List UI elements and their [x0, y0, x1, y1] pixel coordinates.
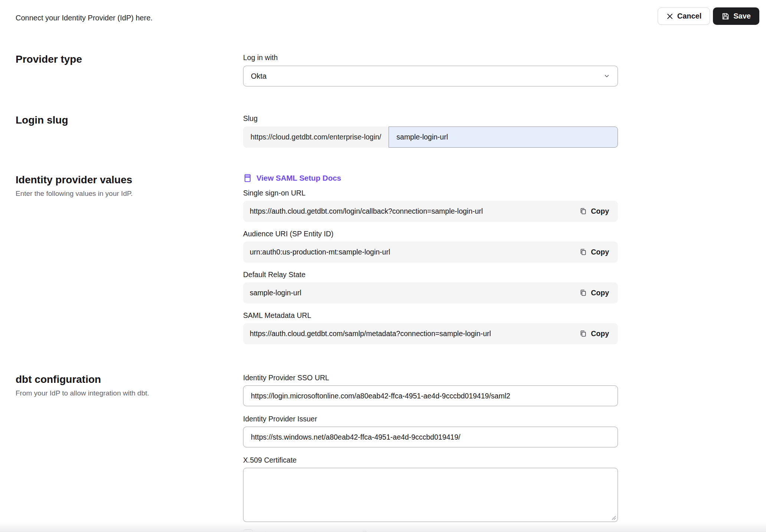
copy-button-label: Copy: [591, 207, 609, 216]
section-provider-type: Provider type Log in with Okta: [0, 53, 766, 86]
dbt-config-right: Identity Provider SSO URL Identity Provi…: [243, 373, 618, 532]
sso-url-value-box: https://auth.cloud.getdbt.com/login/call…: [243, 201, 618, 222]
save-button-label: Save: [733, 12, 751, 20]
idp-values-right: View SAML Setup Docs Single sign-on URL …: [243, 174, 618, 344]
page-title: Connect your Identity Provider (IdP) her…: [16, 14, 153, 22]
section-login-slug: Login slug Slug https://cloud.getdbt.com…: [0, 114, 766, 148]
copy-sso-url-button[interactable]: Copy: [579, 205, 610, 218]
audience-uri-value-box: urn:auth0:us-production-mt:sample-login-…: [243, 242, 618, 263]
chevron-down-icon: [603, 73, 610, 79]
idp-issuer-label: Identity Provider Issuer: [243, 414, 618, 423]
audience-uri-field: Audience URI (SP Entity ID) urn:auth0:us…: [243, 229, 618, 263]
login-slug-right: Slug https://cloud.getdbt.com/enterprise…: [243, 114, 618, 148]
close-icon: [666, 13, 674, 20]
copy-relay-state-button[interactable]: Copy: [579, 286, 610, 299]
metadata-url-field: SAML Metadata URL https://auth.cloud.get…: [243, 311, 618, 344]
idp-values-left: Identity provider values Enter the follo…: [16, 174, 243, 344]
saml-docs-link[interactable]: View SAML Setup Docs: [243, 174, 341, 183]
section-dbt-configuration: dbt configuration From your IdP to allow…: [0, 373, 766, 532]
certificate-field: X.509 Certificate: [243, 456, 618, 522]
section-identity-provider-values: Identity provider values Enter the follo…: [0, 174, 766, 344]
sso-url-field: Single sign-on URL https://auth.cloud.ge…: [243, 188, 618, 222]
docs-icon: [243, 174, 252, 183]
certificate-textarea[interactable]: [243, 468, 618, 522]
copy-icon: [579, 330, 587, 338]
copy-audience-uri-button[interactable]: Copy: [579, 246, 610, 259]
slug-label: Slug: [243, 114, 618, 123]
metadata-url-label: SAML Metadata URL: [243, 311, 618, 320]
audience-uri-value: urn:auth0:us-production-mt:sample-login-…: [250, 248, 390, 256]
cancel-button-label: Cancel: [677, 12, 702, 20]
save-floppy-icon: [721, 12, 730, 20]
idp-issuer-input[interactable]: [243, 427, 618, 447]
idp-sso-url-input[interactable]: [243, 385, 618, 406]
dbt-config-heading: dbt configuration: [16, 373, 243, 386]
login-slug-heading: Login slug: [16, 114, 243, 127]
slug-input[interactable]: [389, 127, 618, 148]
saml-docs-link-label: View SAML Setup Docs: [256, 174, 341, 183]
relay-state-field: Default Relay State sample-login-url Cop…: [243, 270, 618, 303]
sso-url-label: Single sign-on URL: [243, 188, 618, 197]
sso-settings-page: Connect your Identity Provider (IdP) her…: [0, 0, 766, 532]
copy-button-label: Copy: [591, 289, 609, 297]
header-actions: Cancel Save: [658, 7, 759, 25]
copy-metadata-url-button[interactable]: Copy: [579, 327, 610, 340]
save-button[interactable]: Save: [713, 7, 759, 25]
sign-authn-row: Sign SAML AuthnRequest: [243, 529, 618, 532]
relay-state-value-box: sample-login-url Copy: [243, 282, 618, 303]
metadata-url-value-box: https://auth.cloud.getdbt.com/samlp/meta…: [243, 323, 618, 344]
sign-authn-checkbox[interactable]: [243, 529, 253, 532]
metadata-url-value: https://auth.cloud.getdbt.com/samlp/meta…: [250, 329, 491, 338]
certificate-label: X.509 Certificate: [243, 456, 618, 464]
provider-type-heading: Provider type: [16, 53, 243, 66]
idp-sso-url-label: Identity Provider SSO URL: [243, 373, 618, 382]
copy-button-label: Copy: [591, 248, 609, 256]
copy-button-label: Copy: [591, 329, 609, 338]
copy-icon: [579, 248, 587, 256]
login-slug-left: Login slug: [16, 114, 243, 148]
slug-prefix: https://cloud.getdbt.com/enterprise-logi…: [243, 127, 389, 148]
provider-select[interactable]: Okta: [243, 66, 618, 86]
provider-select-value: Okta: [251, 72, 266, 81]
provider-type-right: Log in with Okta: [243, 53, 618, 86]
login-with-label: Log in with: [243, 53, 618, 62]
certificate-textarea-wrap: [243, 468, 618, 522]
help-icon[interactable]: [360, 530, 369, 532]
cancel-button[interactable]: Cancel: [658, 7, 710, 25]
slug-control: https://cloud.getdbt.com/enterprise-logi…: [243, 127, 618, 148]
sso-url-value: https://auth.cloud.getdbt.com/login/call…: [250, 207, 483, 216]
idp-values-subtitle: Enter the following values in your IdP.: [16, 190, 243, 198]
dbt-config-left: dbt configuration From your IdP to allow…: [16, 373, 243, 532]
sign-authn-label: Sign SAML AuthnRequest: [259, 530, 353, 532]
copy-icon: [579, 207, 587, 215]
copy-icon: [579, 289, 587, 297]
relay-state-label: Default Relay State: [243, 270, 618, 279]
relay-state-value: sample-login-url: [250, 289, 301, 297]
dbt-config-subtitle: From your IdP to allow integration with …: [16, 389, 243, 397]
page-header: Connect your Identity Provider (IdP) her…: [0, 0, 766, 26]
idp-values-heading: Identity provider values: [16, 174, 243, 186]
idp-sso-url-field: Identity Provider SSO URL: [243, 373, 618, 406]
audience-uri-label: Audience URI (SP Entity ID): [243, 229, 618, 238]
idp-issuer-field: Identity Provider Issuer: [243, 414, 618, 447]
provider-type-left: Provider type: [16, 53, 243, 86]
